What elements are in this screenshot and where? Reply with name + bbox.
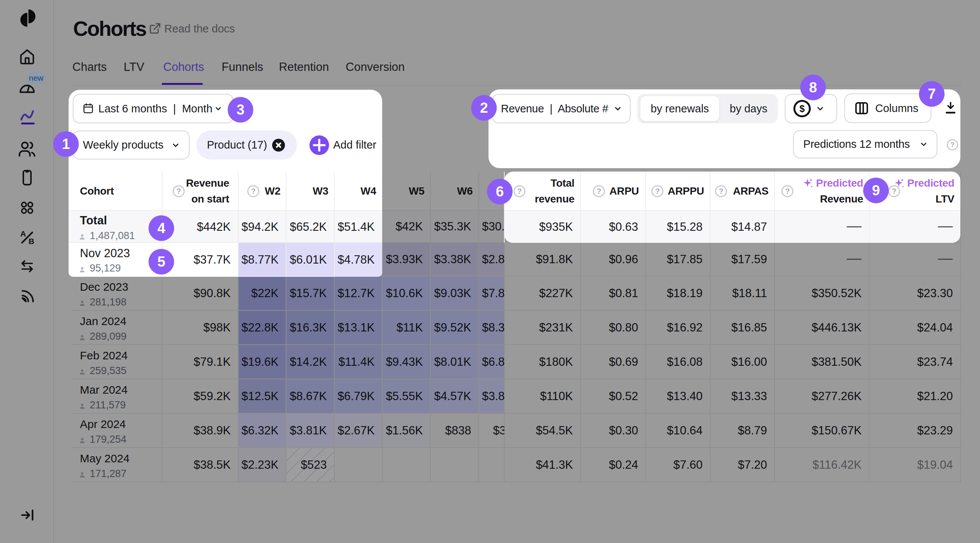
svg-text:A: A	[21, 229, 26, 238]
svg-text:B: B	[29, 237, 34, 245]
